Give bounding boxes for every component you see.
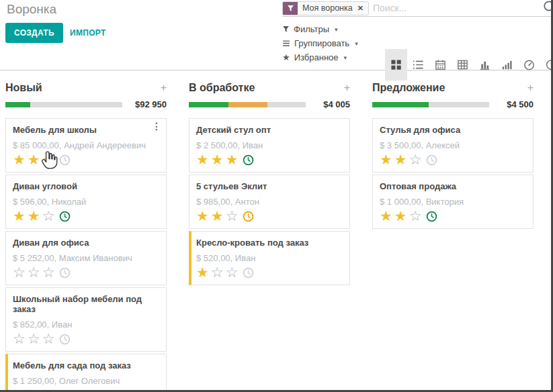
add-card-button[interactable]: +	[344, 83, 350, 93]
chevron-down-icon: ▾	[355, 40, 358, 47]
priority-stars[interactable]: ★★☆	[380, 152, 421, 167]
kanban-card[interactable]: ⋮ Детский стул опт $ 2 500,00, Иван ★★★	[189, 118, 350, 173]
priority-stars[interactable]: ★★★	[196, 152, 238, 167]
priority-star-empty[interactable]: ☆	[28, 265, 40, 280]
priority-star-empty[interactable]: ☆	[42, 265, 55, 280]
priority-star-empty[interactable]: ☆	[226, 209, 239, 224]
import-link[interactable]: ИМПОРТ	[70, 28, 106, 38]
activity-clock-icon[interactable]	[243, 267, 254, 279]
top-bar: Воронка Моя воронка ✕	[0, 0, 551, 19]
activity-clock-icon[interactable]	[59, 334, 71, 345]
priority-star-empty[interactable]: ☆	[42, 209, 55, 224]
priority-star-filled[interactable]: ★	[13, 388, 26, 392]
column-progressbar[interactable]	[372, 102, 489, 107]
group-by-dropdown[interactable]: Группировать ▾	[282, 36, 358, 50]
priority-star-filled[interactable]: ★	[196, 265, 209, 280]
priority-star-filled[interactable]: ★	[28, 152, 40, 167]
view-switcher	[385, 49, 553, 81]
activity-clock-icon[interactable]	[426, 211, 437, 222]
activity-clock-icon[interactable]	[243, 211, 254, 222]
priority-star-filled[interactable]: ★	[28, 388, 40, 392]
priority-stars[interactable]: ★★☆	[13, 209, 54, 224]
priority-star-filled[interactable]: ★	[394, 152, 407, 167]
priority-star-filled[interactable]: ★	[42, 388, 55, 392]
card-subtitle: $ 2 500,00, Иван	[196, 140, 343, 150]
priority-stars[interactable]: ★★☆	[196, 209, 238, 224]
column-cards: ⋮ Стулья для офиса $ 3 500,00, Алексей ★…	[372, 118, 534, 229]
facet-remove-icon[interactable]: ✕	[356, 2, 368, 15]
priority-star-empty[interactable]: ☆	[28, 332, 40, 346]
priority-star-empty[interactable]: ☆	[409, 152, 422, 167]
activity-clock-icon[interactable]	[59, 267, 71, 279]
priority-star-filled[interactable]: ★	[380, 209, 392, 224]
kanban-column: Предложение + $4 500 ⋮ Стулья для офиса …	[372, 80, 534, 392]
view-calendar-button[interactable]	[429, 49, 452, 81]
progress-segment	[189, 102, 228, 107]
activity-clock-icon[interactable]	[59, 154, 71, 166]
priority-star-filled[interactable]: ★	[13, 152, 26, 167]
group-by-label: Группировать	[294, 38, 349, 48]
column-progressbar[interactable]	[189, 102, 306, 107]
kanban-card[interactable]: ⋮ Школьный набор мебели под заказ $ 852,…	[5, 287, 167, 352]
priority-star-filled[interactable]: ★	[42, 152, 55, 167]
priority-star-filled[interactable]: ★	[28, 209, 40, 224]
column-amount: $92 950	[129, 99, 167, 109]
priority-stars[interactable]: ★★★	[13, 152, 54, 167]
view-graph-button[interactable]	[474, 49, 496, 81]
filters-label: Фильтры	[294, 24, 329, 34]
kanban-column: В обработке + $4 005 ⋮ Детский стул опт …	[189, 80, 350, 392]
kanban-card[interactable]: ⋮ Кресло-кровать под заказ $ 520,00, Ива…	[189, 231, 350, 285]
search-bar[interactable]: Моя воронка ✕	[282, 0, 551, 17]
filters-dropdown[interactable]: Фильтры ▾	[282, 22, 358, 36]
priority-stars[interactable]: ★★☆	[380, 209, 421, 224]
priority-star-filled[interactable]: ★	[226, 152, 239, 167]
kanban-card[interactable]: ⋮ 5 стульев Эклит $ 985,00, Антон ★★☆	[189, 175, 350, 229]
activity-clock-icon[interactable]	[59, 211, 71, 222]
add-card-button[interactable]: +	[161, 83, 167, 93]
kanban-card[interactable]: ⋮ Диван для офиса $ 5 252,00, Максим Ива…	[5, 231, 167, 285]
priority-star-filled[interactable]: ★	[196, 152, 209, 167]
kanban-card[interactable]: ⋮ Стулья для офиса $ 3 500,00, Алексей ★…	[372, 118, 534, 173]
app-window: Воронка Моя воронка ✕ СОЗДАТЬ ИМПОРТ Фил…	[0, 0, 553, 392]
kanban-card[interactable]: ⋮ Мебель для сада под заказ $ 1 250,00, …	[5, 354, 167, 392]
favorites-label: Избранное	[294, 52, 339, 62]
priority-star-filled[interactable]: ★	[211, 152, 224, 167]
kanban-card[interactable]: ⋮ Оптовая продажа $ 1 000,00, Виктория ★…	[372, 175, 534, 229]
kanban-card[interactable]: ⋮ Мебель для школы $ 85 000,00, Андрей А…	[5, 118, 167, 173]
kebab-menu-icon[interactable]: ⋮	[152, 121, 161, 132]
column-title: В обработке	[189, 82, 255, 94]
column-progressbar[interactable]	[5, 102, 122, 107]
view-kanban-button[interactable]	[385, 49, 407, 81]
priority-star-empty[interactable]: ☆	[211, 265, 224, 280]
priority-star-empty[interactable]: ☆	[226, 265, 239, 280]
favorites-dropdown[interactable]: ★ Избранное ▾	[282, 50, 358, 64]
priority-star-empty[interactable]: ☆	[409, 209, 422, 224]
view-list-button[interactable]	[407, 49, 429, 81]
priority-star-empty[interactable]: ☆	[42, 332, 55, 346]
card-title: 5 стульев Эклит	[196, 181, 343, 191]
priority-star-filled[interactable]: ★	[196, 209, 209, 224]
priority-star-empty[interactable]: ☆	[13, 265, 26, 280]
priority-star-filled[interactable]: ★	[13, 209, 26, 224]
search-input[interactable]	[369, 3, 542, 13]
search-facet[interactable]: Моя воронка ✕	[282, 1, 369, 15]
priority-star-filled[interactable]: ★	[211, 209, 224, 224]
view-cohort-button[interactable]	[496, 49, 518, 81]
view-pivot-button[interactable]	[452, 49, 474, 81]
priority-star-empty[interactable]: ☆	[13, 332, 26, 346]
priority-star-filled[interactable]: ★	[380, 152, 392, 167]
activity-clock-icon[interactable]	[243, 154, 254, 166]
search-icon[interactable]	[542, 0, 553, 17]
add-card-button[interactable]: +	[527, 83, 534, 93]
priority-stars[interactable]: ☆☆☆	[13, 265, 54, 280]
kanban-card[interactable]: ⋮ Диван угловой $ 596,00, Николай ★★☆	[5, 175, 167, 229]
priority-star-filled[interactable]: ★	[394, 209, 407, 224]
view-activity-button[interactable]	[540, 49, 553, 81]
activity-clock-icon[interactable]	[426, 154, 437, 166]
priority-stars[interactable]: ☆☆☆	[13, 332, 54, 346]
activity-clock-icon[interactable]	[59, 390, 71, 392]
create-button[interactable]: СОЗДАТЬ	[5, 23, 63, 43]
view-dashboard-button[interactable]	[518, 49, 540, 81]
priority-stars[interactable]: ★★★	[13, 388, 54, 392]
priority-stars[interactable]: ★☆☆	[196, 265, 238, 280]
